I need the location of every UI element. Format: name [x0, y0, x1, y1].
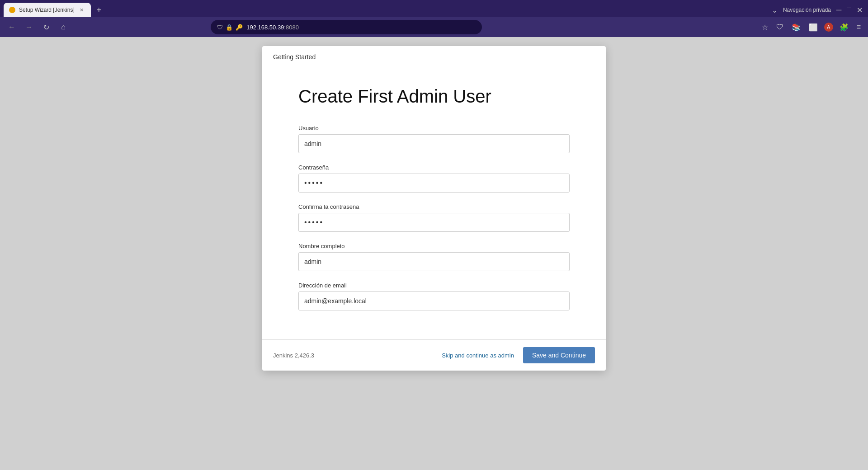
tab-dropdown-icon[interactable]: ⌄	[770, 4, 779, 16]
active-tab[interactable]: Setup Wizard [Jenkins] ✕	[4, 3, 91, 17]
shield-icon: 🛡	[217, 24, 223, 31]
lock-icon: 🔒	[226, 24, 233, 31]
password-input[interactable]	[298, 174, 570, 193]
password-label: Contraseña	[298, 164, 570, 171]
tab-favicon	[9, 7, 15, 13]
profile-icon[interactable]: A	[824, 23, 833, 32]
dialog-header: Getting Started	[262, 46, 606, 68]
close-button[interactable]: ✕	[855, 4, 864, 16]
skip-button[interactable]: Skip and continue as admin	[442, 352, 514, 359]
tab-bar: Setup Wizard [Jenkins] ✕ + ⌄ Navegación …	[0, 0, 868, 17]
menu-icon[interactable]: ≡	[855, 21, 863, 33]
full-name-label: Nombre completo	[298, 243, 570, 249]
setup-wizard-dialog: Getting Started Create First Admin User …	[262, 46, 606, 371]
getting-started-label: Getting Started	[273, 53, 316, 61]
address-bar: ← → ↻ ⌂ 🛡 🔒 🔑 192.168.50.39:8080 ☆ 🛡 📚 ⬜…	[0, 17, 868, 37]
tab-close-button[interactable]: ✕	[78, 6, 85, 14]
tab-manager-icon[interactable]: ⬜	[807, 21, 820, 33]
username-input[interactable]	[298, 134, 570, 153]
browser-chrome: Setup Wizard [Jenkins] ✕ + ⌄ Navegación …	[0, 0, 868, 37]
save-and-continue-button[interactable]: Save and Continue	[523, 347, 595, 363]
bookmarks-icon[interactable]: 📚	[790, 21, 802, 33]
confirm-password-input[interactable]	[298, 213, 570, 232]
back-button[interactable]: ←	[5, 21, 18, 33]
tab-private-label: Navegación privada	[781, 5, 833, 15]
extensions-icon[interactable]: 🧩	[838, 21, 850, 33]
footer-actions: Skip and continue as admin Save and Cont…	[442, 347, 595, 363]
email-group: Dirección de email	[298, 282, 570, 310]
full-name-input[interactable]	[298, 252, 570, 271]
page-content: Getting Started Create First Admin User …	[0, 37, 868, 470]
dialog-footer: Jenkins 2,426.3 Skip and continue as adm…	[262, 339, 606, 371]
username-label: Usuario	[298, 125, 570, 132]
toolbar-right: ☆ 🛡 📚 ⬜ A 🧩 ≡	[760, 21, 863, 33]
maximize-button[interactable]: □	[845, 4, 853, 16]
new-tab-button[interactable]: +	[93, 4, 105, 16]
star-icon[interactable]: ☆	[760, 21, 770, 33]
dialog-title: Create First Admin User	[298, 86, 570, 107]
home-button[interactable]: ⌂	[57, 21, 70, 33]
dialog-body: Create First Admin User Usuario Contrase…	[262, 68, 606, 339]
address-field[interactable]: 🛡 🔒 🔑 192.168.50.39:8080	[211, 20, 482, 34]
confirm-password-label: Confirma la contraseña	[298, 203, 570, 210]
tab-right-controls: ⌄ Navegación privada ─ □ ✕	[770, 4, 864, 16]
full-name-group: Nombre completo	[298, 243, 570, 271]
address-text: 192.168.50.39:8080	[246, 24, 476, 31]
jenkins-version: Jenkins 2,426.3	[273, 352, 314, 359]
username-group: Usuario	[298, 125, 570, 153]
forward-button[interactable]: →	[23, 21, 35, 33]
password-group: Contraseña	[298, 164, 570, 193]
minimize-button[interactable]: ─	[835, 4, 843, 16]
confirm-password-group: Confirma la contraseña	[298, 203, 570, 232]
shield-toolbar-icon[interactable]: 🛡	[774, 21, 785, 33]
address-security-icons: 🛡 🔒 🔑	[217, 24, 243, 31]
reload-button[interactable]: ↻	[40, 21, 52, 33]
email-label: Dirección de email	[298, 282, 570, 289]
key-icon: 🔑	[236, 24, 243, 31]
email-input[interactable]	[298, 291, 570, 310]
tab-title: Setup Wizard [Jenkins]	[19, 7, 75, 13]
